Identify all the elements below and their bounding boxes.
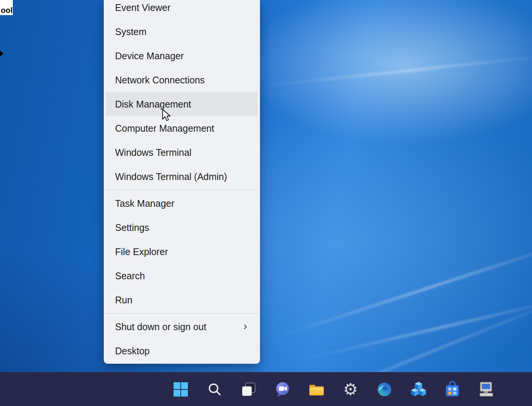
- background-window-label: ool: [1, 6, 13, 15]
- menu-item-disk-management[interactable]: Disk Management: [106, 92, 258, 116]
- taskbar-icon-row: ⚙: [172, 381, 495, 398]
- menu-item-desktop[interactable]: Desktop: [106, 339, 258, 363]
- chat-icon[interactable]: [274, 381, 291, 398]
- settings-icon[interactable]: ⚙: [342, 381, 359, 398]
- menu-item-file-explorer[interactable]: File Explorer: [106, 240, 258, 264]
- menu-item-system[interactable]: System: [106, 20, 258, 44]
- menu-item-label: Settings: [115, 222, 149, 233]
- wallpaper-light-streak: [291, 292, 532, 363]
- menu-item-label: Windows Terminal: [115, 147, 191, 158]
- storage-cubes-icon[interactable]: [410, 381, 427, 398]
- menu-item-label: Shut down or sign out: [115, 321, 206, 332]
- menu-item-label: Disk Management: [115, 99, 191, 110]
- menu-item-label: Run: [115, 295, 132, 306]
- winx-menu-list: Event Viewer System Device Manager Netwo…: [104, 0, 260, 363]
- menu-item-task-manager[interactable]: Task Manager: [106, 191, 258, 215]
- mouse-cursor: [161, 109, 172, 122]
- menu-item-label: System: [115, 26, 146, 37]
- wallpaper-light-streak: [246, 53, 532, 89]
- menu-item-windows-terminal-admin[interactable]: Windows Terminal (Admin): [106, 165, 258, 189]
- menu-item-label: Search: [115, 271, 145, 281]
- desktop-wallpaper: [0, 0, 532, 406]
- menu-item-computer-management[interactable]: Computer Management: [106, 116, 258, 140]
- menu-item-search[interactable]: Search: [106, 264, 258, 288]
- menu-item-label: Device Manager: [115, 51, 184, 62]
- legacy-pc-icon[interactable]: [478, 381, 495, 398]
- menu-separator: [104, 313, 260, 314]
- menu-separator: [104, 190, 260, 190]
- menu-item-label: File Explorer: [115, 246, 168, 257]
- menu-item-shut-down-or-sign-out[interactable]: Shut down or sign out ›: [106, 315, 258, 339]
- menu-item-run[interactable]: Run: [106, 288, 258, 312]
- search-icon[interactable]: [206, 381, 223, 398]
- task-view-icon[interactable]: [240, 381, 257, 398]
- taskbar: ⚙: [0, 372, 532, 406]
- store-icon[interactable]: [444, 381, 461, 398]
- menu-item-settings[interactable]: Settings: [106, 215, 258, 240]
- gear-icon: ⚙: [343, 381, 358, 398]
- menu-item-event-viewer[interactable]: Event Viewer: [106, 0, 258, 20]
- winx-menu: Event Viewer System Device Manager Netwo…: [104, 0, 260, 364]
- menu-item-network-connections[interactable]: Network Connections: [106, 68, 258, 92]
- edge-icon[interactable]: [376, 381, 393, 398]
- menu-item-label: Task Manager: [115, 198, 174, 209]
- menu-item-label: Network Connections: [115, 75, 205, 86]
- menu-item-device-manager[interactable]: Device Manager: [106, 44, 258, 68]
- menu-item-label: Windows Terminal (Admin): [115, 171, 227, 182]
- chevron-right-icon: ›: [243, 320, 247, 333]
- start-icon[interactable]: [172, 381, 189, 398]
- menu-item-label: Computer Management: [115, 123, 214, 134]
- background-window-corner[interactable]: ool: [0, 0, 13, 15]
- menu-item-label: Desktop: [115, 346, 150, 357]
- menu-item-label: Event Viewer: [115, 2, 171, 13]
- menu-item-windows-terminal[interactable]: Windows Terminal: [106, 140, 258, 165]
- file-explorer-icon[interactable]: [308, 381, 325, 398]
